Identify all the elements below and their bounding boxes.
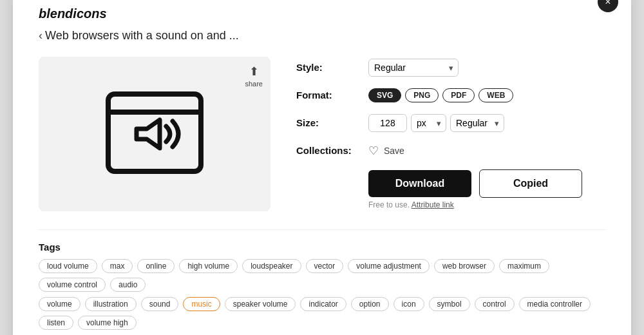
tags-row-1: loud volume max online high volume louds… <box>39 259 605 292</box>
size-label: Size: <box>296 117 361 128</box>
style-controls: Regular Bold Light <box>368 59 459 77</box>
size-unit-wrapper: px em rem <box>411 114 446 132</box>
tag-media-controller[interactable]: media controller <box>519 297 591 311</box>
format-svg[interactable]: SVG <box>368 88 401 102</box>
style-select[interactable]: Regular Bold Light <box>368 59 459 77</box>
heart-icon: ♡ <box>368 144 379 158</box>
main-icon-svg <box>97 76 213 192</box>
tag-volume-adjustment[interactable]: volume adjustment <box>348 259 430 273</box>
share-icon: ⬆ <box>249 64 259 79</box>
tags-row-2: volume illustration sound music speaker … <box>39 297 605 330</box>
tag-volume[interactable]: volume <box>39 297 80 311</box>
app-window: × blendicons ‹ Web browsers with a sound… <box>13 0 631 335</box>
collections-row: Collections: ♡ Save <box>296 144 605 158</box>
format-row: Format: SVG PNG PDF WEB <box>296 88 605 102</box>
download-button[interactable]: Download <box>368 170 471 197</box>
back-arrow-icon[interactable]: ‹ <box>39 29 43 43</box>
format-label: Format: <box>296 90 361 100</box>
format-badges: SVG PNG PDF WEB <box>368 88 513 102</box>
share-label: share <box>245 80 263 88</box>
actions-row: Download Copied Free to use. Attribute l… <box>296 169 605 209</box>
tag-loud-volume[interactable]: loud volume <box>39 259 97 273</box>
tag-vector[interactable]: vector <box>306 259 344 273</box>
tag-listen[interactable]: listen <box>39 316 73 330</box>
save-controls: ♡ Save <box>368 144 404 158</box>
tag-audio[interactable]: audio <box>110 278 146 292</box>
tag-max[interactable]: max <box>102 259 133 273</box>
tag-maximum[interactable]: maximum <box>499 259 549 273</box>
breadcrumb: ‹ Web browsers with a sound on and ... <box>39 29 605 43</box>
attribution: Free to use. Attribute link <box>368 200 582 209</box>
format-png[interactable]: PNG <box>405 88 439 102</box>
svg-rect-0 <box>108 94 201 171</box>
size-input[interactable] <box>368 114 407 132</box>
tags-title: Tags <box>39 242 605 253</box>
size-unit-select[interactable]: px em rem <box>411 114 446 132</box>
main-content: blendicons ‹ Web browsers with a sound o… <box>13 6 631 336</box>
action-row: Download Copied <box>368 169 582 198</box>
tag-loudspeaker[interactable]: loudspeaker <box>242 259 301 273</box>
size-type-select[interactable]: Regular Bold <box>450 114 504 132</box>
tag-high-volume[interactable]: high volume <box>179 259 238 273</box>
title-bar: × <box>13 0 631 6</box>
tag-control[interactable]: control <box>475 297 515 311</box>
copied-button[interactable]: Copied <box>479 169 582 198</box>
attribute-link[interactable]: Attribute link <box>412 200 454 209</box>
options-panel: Style: Regular Bold Light Format: <box>296 57 605 211</box>
tag-indicator[interactable]: indicator <box>300 297 346 311</box>
tag-speaker-volume[interactable]: speaker volume <box>225 297 296 311</box>
tag-symbol[interactable]: symbol <box>429 297 470 311</box>
collections-label: Collections: <box>296 145 361 156</box>
icon-preview: ⬆ share <box>39 57 270 211</box>
share-button[interactable]: ⬆ share <box>245 64 263 88</box>
save-label: Save <box>384 146 404 156</box>
tag-sound[interactable]: sound <box>141 297 179 311</box>
format-pdf[interactable]: PDF <box>442 88 475 102</box>
style-label: Style: <box>296 62 361 73</box>
tag-illustration[interactable]: illustration <box>85 297 137 311</box>
tag-volume-high[interactable]: volume high <box>78 316 137 330</box>
breadcrumb-text: Web browsers with a sound on and ... <box>45 29 239 43</box>
style-select-wrapper: Regular Bold Light <box>368 59 459 77</box>
tag-icon[interactable]: icon <box>393 297 424 311</box>
format-web[interactable]: WEB <box>478 88 513 102</box>
tag-volume-control[interactable]: volume control <box>39 278 106 292</box>
tag-online[interactable]: online <box>137 259 175 273</box>
main-area: ⬆ share Style: <box>39 57 605 211</box>
attribution-text: Free to use. <box>368 200 410 209</box>
tag-option[interactable]: option <box>351 297 389 311</box>
size-controls: px em rem Regular Bold <box>368 114 504 132</box>
style-row: Style: Regular Bold Light <box>296 59 605 77</box>
size-type-wrapper: Regular Bold <box>450 114 504 132</box>
tag-web-browser[interactable]: web browser <box>434 259 495 273</box>
tag-music[interactable]: music <box>183 297 220 311</box>
action-buttons: Download Copied Free to use. Attribute l… <box>368 169 582 209</box>
size-row: Size: px em rem Regular <box>296 114 605 132</box>
tags-section: Tags loud volume max online high volume … <box>39 229 605 330</box>
logo: blendicons <box>39 6 605 21</box>
svg-marker-2 <box>137 120 160 148</box>
